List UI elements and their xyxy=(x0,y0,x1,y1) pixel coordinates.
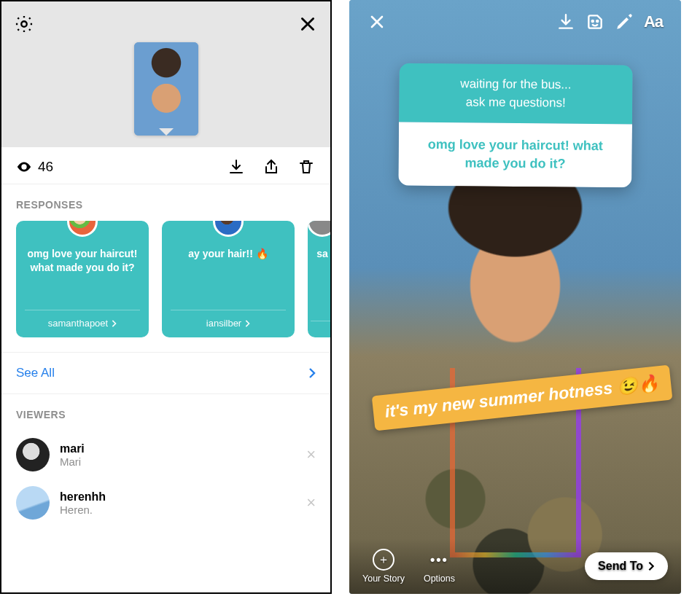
views-number: 46 xyxy=(38,159,53,175)
chevron-right-icon xyxy=(308,367,316,379)
views-count: 46 xyxy=(16,159,53,175)
viewer-row[interactable]: herenhh Heren. × xyxy=(1,479,330,527)
stats-actions xyxy=(227,157,316,176)
question-prompt: waiting for the bus... ask me questions! xyxy=(399,63,633,125)
your-story-button[interactable]: ＋ Your Story xyxy=(362,549,405,584)
response-card[interactable]: sa xyxy=(308,221,330,337)
viewer-row[interactable]: mari Mari × xyxy=(1,431,330,479)
share-icon[interactable] xyxy=(262,157,281,176)
download-icon[interactable] xyxy=(551,7,580,36)
see-all-button[interactable]: See All xyxy=(1,352,330,394)
avatar xyxy=(213,221,244,237)
question-sticker[interactable]: waiting for the bus... ask me questions!… xyxy=(398,63,632,187)
see-all-label: See All xyxy=(16,366,55,380)
text-tool[interactable]: Aa xyxy=(639,7,668,36)
story-thumbnail[interactable] xyxy=(134,42,198,136)
chevron-right-icon xyxy=(111,320,117,327)
stats-bar: 46 xyxy=(1,147,330,184)
story-editor-view: Aa waiting for the bus... ask me questio… xyxy=(349,0,681,594)
svg-point-2 xyxy=(592,20,594,22)
response-text: omg love your haircut! what made you do … xyxy=(25,247,140,275)
viewer-display-name: Heren. xyxy=(60,504,296,516)
insights-header xyxy=(1,1,330,147)
question-answer: omg love your haircut! what made you do … xyxy=(398,122,632,187)
response-username[interactable]: samanthapoet xyxy=(25,310,140,329)
send-to-label: Send To xyxy=(598,560,643,573)
viewer-username: herenhh xyxy=(60,490,296,504)
trash-icon[interactable] xyxy=(297,157,316,176)
avatar xyxy=(67,221,98,237)
draw-icon[interactable] xyxy=(610,7,639,36)
responses-carousel[interactable]: omg love your haircut! what made you do … xyxy=(1,221,330,352)
viewer-display-name: Mari xyxy=(60,455,296,468)
response-card[interactable]: ay your hair!! 🔥 iansilber xyxy=(162,221,295,337)
remove-viewer-icon[interactable]: × xyxy=(306,493,316,512)
avatar xyxy=(16,486,50,520)
options-button[interactable]: ••• Options xyxy=(424,549,455,584)
sticker-icon[interactable] xyxy=(580,7,610,36)
viewer-username: mari xyxy=(60,442,296,455)
response-text: sa xyxy=(311,247,330,261)
avatar xyxy=(308,221,330,237)
settings-icon[interactable] xyxy=(12,12,36,36)
options-label: Options xyxy=(424,573,455,584)
response-username[interactable]: iansilber xyxy=(171,310,286,329)
editor-bottom-bar: ＋ Your Story ••• Options Send To xyxy=(349,539,681,594)
svg-point-0 xyxy=(21,21,26,26)
chevron-right-icon xyxy=(648,561,655,571)
story-insights-view: 46 RESPONSES omg love your h xyxy=(0,0,332,594)
svg-point-1 xyxy=(23,165,26,168)
close-icon[interactable] xyxy=(362,7,392,36)
download-icon[interactable] xyxy=(227,157,246,176)
viewers-section-label: VIEWERS xyxy=(1,394,330,431)
send-to-button[interactable]: Send To xyxy=(585,552,668,580)
remove-viewer-icon[interactable]: × xyxy=(306,445,316,464)
editor-toolbar: Aa xyxy=(349,0,681,44)
more-icon: ••• xyxy=(430,549,448,571)
plus-circle-icon: ＋ xyxy=(373,549,394,571)
response-text: ay your hair!! 🔥 xyxy=(171,247,286,261)
close-icon[interactable] xyxy=(295,12,320,36)
responses-section-label: RESPONSES xyxy=(1,184,330,221)
your-story-label: Your Story xyxy=(362,573,405,584)
response-card[interactable]: omg love your haircut! what made you do … xyxy=(16,221,149,337)
chevron-right-icon xyxy=(244,320,250,327)
eye-icon xyxy=(16,159,32,175)
svg-point-3 xyxy=(596,20,598,22)
avatar xyxy=(16,438,50,471)
